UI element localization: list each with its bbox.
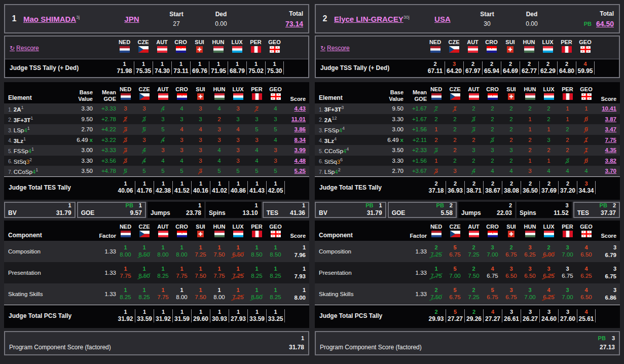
skater-panel-1: 1 Mao SHIMADA3j JPN Start27 Ded0.00 Tota… bbox=[4, 4, 309, 355]
total-score-link[interactable]: 64.50 bbox=[596, 20, 614, 28]
goe-cell-lux: 3 bbox=[229, 116, 247, 122]
element-score-link[interactable]: 3.86 bbox=[295, 126, 306, 132]
nation-link[interactable]: JPN bbox=[124, 15, 139, 23]
element-name: 1.3F+3T3 bbox=[315, 105, 378, 113]
judge-tss-box: ↻Rescore NED CZE AUT CRO SUI HUN LUX PER… bbox=[315, 35, 620, 78]
element-score-link[interactable]: 3.47 bbox=[605, 126, 616, 132]
goe-cell-cze: 1 bbox=[446, 105, 464, 112]
tally-rank: 5 bbox=[446, 309, 464, 315]
tally-value: 40.06 bbox=[116, 188, 135, 194]
element-number: 3. bbox=[319, 127, 323, 133]
flag-hun-icon bbox=[213, 46, 224, 53]
judge-tss-tally-row: Judge TSS Tally (+ Ded) 1 71.98 1 75.35 … bbox=[5, 59, 308, 77]
element-score-link[interactable]: 4.48 bbox=[295, 158, 306, 164]
skater-name-link[interactable]: Mao SHIMADA bbox=[23, 15, 76, 23]
element-number: 5. bbox=[319, 148, 323, 154]
goe-cell-sui: 3 bbox=[191, 168, 210, 174]
summary-label: Spins bbox=[520, 210, 536, 216]
element-score-link[interactable]: 11.01 bbox=[291, 116, 306, 122]
summary-label: GOE bbox=[81, 210, 95, 216]
summary-value: 31.79 bbox=[56, 210, 71, 216]
element-score-link[interactable]: 4.35 bbox=[605, 147, 616, 153]
component-judge-score: 7.75 bbox=[119, 273, 131, 279]
judge-code-label: LUX bbox=[539, 86, 558, 93]
skater-name-link[interactable]: Elyce LIN-GRACEY bbox=[334, 15, 403, 23]
component-judge-rank: 1 bbox=[135, 287, 154, 293]
component-judge-rank: 1 bbox=[135, 245, 154, 250]
rescore-link[interactable]: ↻Rescore bbox=[320, 45, 350, 52]
component-judge-score: 7.25 bbox=[467, 252, 480, 258]
goe-cell-hun: 2 bbox=[521, 105, 539, 112]
component-judge-rank: 3 bbox=[521, 245, 539, 250]
element-score-link[interactable]: 5.25 bbox=[295, 168, 306, 174]
tally-cell-ned: 1 71.98 bbox=[115, 61, 134, 75]
pb-badge: PB bbox=[598, 336, 606, 341]
rescore-icon: ↻ bbox=[320, 45, 325, 52]
component-cell-cze: 5 6.75 bbox=[446, 245, 464, 258]
goe-cell-cro: 2 bbox=[483, 116, 502, 122]
component-cell-geo: 4 6.50 bbox=[577, 245, 596, 258]
tally-value: 69.76 bbox=[191, 68, 209, 75]
element-code: 2A bbox=[14, 106, 21, 113]
component-cell-aut: 1 8.25 bbox=[154, 266, 172, 279]
component-cell-cro: 5 6.75 bbox=[483, 287, 502, 301]
element-name: 6.StSq32 bbox=[4, 157, 67, 165]
total-score-link[interactable]: 73.14 bbox=[285, 20, 303, 28]
nation-link[interactable]: USA bbox=[434, 15, 451, 23]
element-score-link[interactable]: 3.70 bbox=[605, 168, 616, 174]
element-table-header: Element Base Value Mean GOE NED CZE AUT … bbox=[315, 82, 620, 103]
component-score-value: 6.75 bbox=[605, 273, 616, 279]
base-value: 2.70 bbox=[67, 126, 93, 132]
goe-cell-ned: 3 bbox=[116, 126, 135, 132]
summary-value: 9.57 bbox=[130, 210, 142, 216]
mean-goe: +4.22 bbox=[93, 126, 116, 132]
judge-code-label: AUT bbox=[154, 86, 172, 93]
component-cell-hun: 1 8.00 bbox=[210, 287, 229, 301]
component-judge-score: 7.75 bbox=[157, 295, 169, 301]
tally-cell-geo: 4 59.95 bbox=[576, 61, 595, 75]
component-cell-lux: 1 7.25 bbox=[229, 287, 247, 301]
mean-goe: +3.33 bbox=[93, 105, 116, 112]
component-cell-geo: 4 6.50 bbox=[577, 287, 596, 301]
tally-rank: 4 bbox=[577, 309, 595, 315]
pcs-tally-label: Judge Total PCS Tally bbox=[315, 312, 427, 319]
flag-cro-icon bbox=[488, 231, 498, 237]
summary-rank: 1 bbox=[255, 203, 258, 208]
tally-value: 42.38 bbox=[154, 188, 172, 194]
component-judge-rank: 3 bbox=[539, 266, 558, 272]
element-score-link[interactable]: 4.43 bbox=[295, 105, 306, 112]
skater-name-superscript: 3j bbox=[76, 15, 80, 20]
element-score-link[interactable]: 8.34 bbox=[295, 137, 306, 143]
goe-cell-hun: 4 bbox=[210, 147, 229, 153]
component-cell-lux: 1 6.50 bbox=[229, 245, 247, 258]
summary-box-jumps: 1 Jumps23.78 bbox=[148, 202, 204, 218]
component-judge-rank: 1 bbox=[172, 266, 191, 272]
goe-cell-sui: 4 bbox=[502, 168, 521, 174]
component-judge-score: 8.00 bbox=[213, 295, 225, 301]
component-score: 3 6.79 bbox=[596, 245, 620, 258]
rescore-link[interactable]: ↻Rescore bbox=[10, 45, 39, 52]
tally-value: 41.52 bbox=[173, 188, 191, 194]
score-header: Score bbox=[285, 233, 309, 239]
judge-column-aut: AUT bbox=[464, 224, 483, 239]
element-score-link[interactable]: 7.75 bbox=[605, 137, 616, 143]
element-code: FSSp bbox=[324, 127, 339, 133]
element-score-link[interactable]: 10.41 bbox=[602, 105, 616, 112]
base-value: 3.00 bbox=[378, 126, 403, 132]
goe-cell-cro: 3 bbox=[172, 116, 191, 122]
element-score-link[interactable]: 3.82 bbox=[605, 158, 616, 164]
tally-rank: 1 bbox=[228, 61, 246, 67]
component-cell-cze: 5 7.00 bbox=[446, 266, 464, 279]
judge-code-label: HUN bbox=[210, 224, 229, 230]
tally-value: 31.92 bbox=[154, 316, 172, 322]
goe-cell-ned: 1 bbox=[427, 158, 446, 164]
flag-per-icon bbox=[563, 231, 573, 237]
element-score-link[interactable]: 3.99 bbox=[295, 147, 306, 153]
goe-cell-per: 2 bbox=[558, 137, 577, 143]
judge-code-label: SUI bbox=[190, 39, 209, 46]
element-score-link[interactable]: 3.87 bbox=[605, 116, 616, 122]
tally-cell-geo: 1 42.05 bbox=[266, 181, 285, 194]
judge-code-label: CRO bbox=[172, 224, 191, 230]
component-score-value: 7.93 bbox=[295, 273, 306, 279]
goe-cell-cze: 5 bbox=[135, 126, 154, 132]
